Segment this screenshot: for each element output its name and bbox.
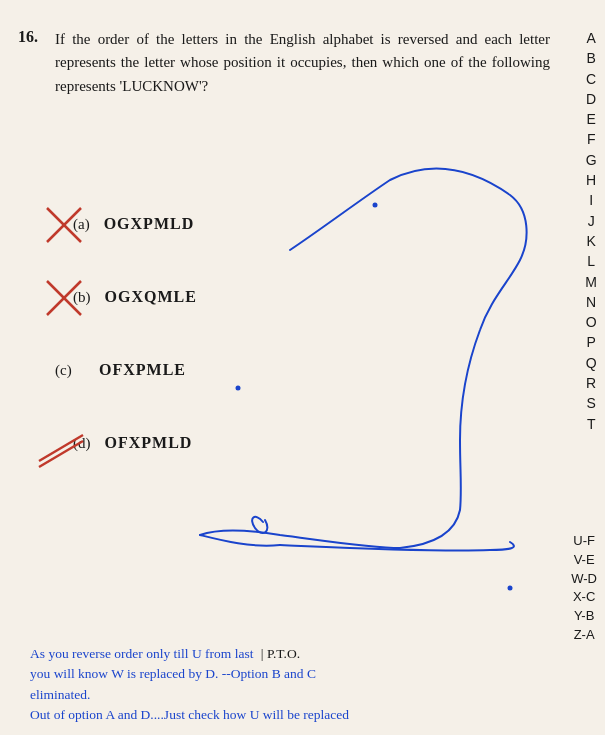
options-area: (a) OGXPMLD (b) OGXQMLE (c) OFXPMLE: [55, 215, 197, 452]
question-text: If the order of the letters in the Engli…: [55, 28, 550, 98]
alphabet-letter: A: [586, 28, 595, 48]
option-d-text: OFXPMLD: [105, 434, 193, 452]
question-number: 16.: [18, 28, 38, 46]
alphabet-pair: W-D: [571, 570, 597, 589]
cross-a-icon: [45, 206, 85, 246]
alphabet-letter: H: [586, 170, 596, 190]
alphabet-pair: X-C: [571, 588, 597, 607]
alphabet-letter: O: [586, 312, 597, 332]
option-b-label: (b): [55, 289, 91, 306]
alphabet-letter: L: [587, 251, 595, 271]
svg-line-5: [39, 441, 83, 467]
cross-d-icon: [37, 423, 87, 473]
alphabet-letter: J: [588, 211, 595, 231]
alphabet-pair: Y-B: [571, 607, 597, 626]
alphabet-letter: K: [586, 231, 595, 251]
option-c-text: OFXPMLE: [99, 361, 186, 379]
page-container: 16. If the order of the letters in the E…: [0, 0, 605, 735]
svg-point-8: [508, 586, 513, 591]
alphabet-letter: C: [586, 69, 596, 89]
pto-inline: | P.T.O.: [261, 646, 300, 661]
option-d-label: (d): [55, 435, 91, 452]
option-b-text: OGXQMLE: [105, 288, 197, 306]
alphabet-letter: N: [586, 292, 596, 312]
cross-b-icon: [45, 279, 85, 319]
alphabet-sidebar-bottom: U-FV-EW-DX-CY-BZ-A: [571, 532, 597, 645]
alphabet-letter: E: [586, 109, 595, 129]
option-c-label: (c): [55, 362, 85, 379]
option-b-row: (b) OGXQMLE: [55, 288, 197, 306]
alphabet-letter: R: [586, 373, 596, 393]
option-a-text: OGXPMLD: [104, 215, 195, 233]
option-a-row: (a) OGXPMLD: [55, 215, 197, 233]
svg-point-7: [236, 386, 241, 391]
option-a-label: (a): [55, 216, 90, 233]
alphabet-pair: V-E: [571, 551, 597, 570]
alphabet-letter: Q: [586, 353, 597, 373]
alphabet-letter: T: [587, 414, 596, 434]
svg-point-6: [373, 203, 378, 208]
alphabet-pair: U-F: [571, 532, 597, 551]
option-c-row: (c) OFXPMLE: [55, 361, 197, 379]
option-d-row: (d) OFXPMLD: [55, 434, 197, 452]
alphabet-sidebar-top: ABCDEFGHIJKLMNOPQRST: [585, 28, 597, 434]
explanation-text: As you reverse order only till U from la…: [30, 644, 550, 725]
alphabet-letter: I: [589, 190, 593, 210]
svg-line-4: [39, 435, 83, 461]
alphabet-letter: S: [586, 393, 595, 413]
alphabet-letter: M: [585, 272, 597, 292]
alphabet-letter: P: [586, 332, 595, 352]
alphabet-pair: Z-A: [571, 626, 597, 645]
alphabet-letter: F: [587, 129, 596, 149]
alphabet-letter: B: [586, 48, 595, 68]
alphabet-letter: G: [586, 150, 597, 170]
alphabet-letter: D: [586, 89, 596, 109]
